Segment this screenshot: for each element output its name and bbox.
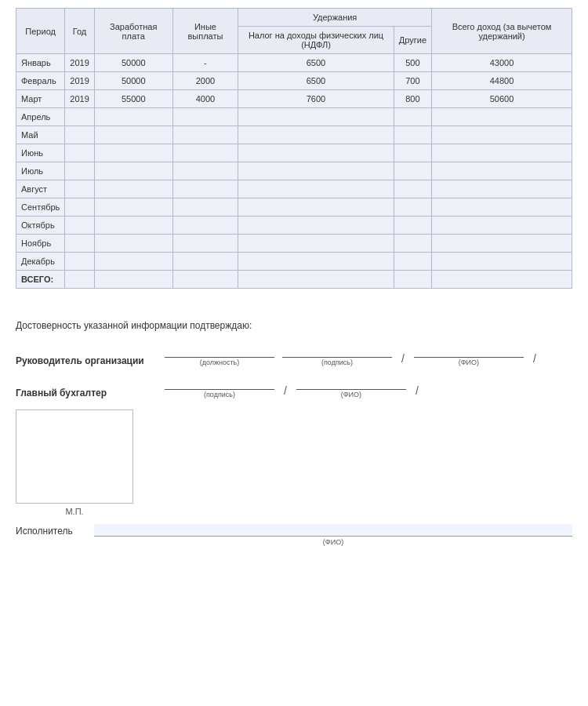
row-5-col-1 — [94, 144, 172, 162]
row-8-col-2 — [172, 198, 238, 217]
page: Период Год Заработная плата Иные выплаты… — [0, 0, 588, 706]
row-period-4: Май — [16, 126, 65, 144]
row-1-col-3: 6500 — [238, 72, 394, 90]
slash-1: / — [400, 352, 406, 365]
row-period-3: Апрель — [16, 108, 65, 126]
row-1-col-0: 2019 — [65, 72, 94, 90]
row-period-12: ВСЕГО: — [16, 271, 65, 289]
row-10-col-0 — [65, 235, 94, 253]
ispolnitel-label: Исполнитель — [16, 526, 94, 537]
accountant-block: Главный бухгалтер (подпись) / (ФИО) / — [16, 377, 572, 398]
row-3-col-2 — [172, 108, 238, 126]
row-7-col-3 — [238, 180, 394, 198]
row-9-col-5 — [432, 217, 572, 235]
row-5-col-4 — [394, 144, 431, 162]
row-0-col-0: 2019 — [65, 54, 94, 72]
col-total-income: Всего доход (за вычетом удержаний) — [432, 9, 572, 54]
row-3-col-1 — [94, 108, 172, 126]
фио-label-1: (ФИО) — [459, 358, 479, 366]
stamp-section: М.П. — [16, 409, 572, 516]
row-12-col-3 — [238, 271, 394, 289]
director-fio-field: (ФИО) — [414, 345, 524, 366]
row-7-col-4 — [394, 180, 431, 198]
row-8-col-5 — [432, 198, 572, 217]
row-4-col-5 — [432, 126, 572, 144]
row-1-col-4: 700 — [394, 72, 431, 90]
row-2-col-5: 50600 — [432, 90, 572, 108]
row-6-col-5 — [432, 162, 572, 180]
row-2-col-1: 55000 — [94, 90, 172, 108]
row-11-col-5 — [432, 253, 572, 271]
подпись-label-2: (подпись) — [204, 391, 235, 398]
row-period-8: Сентябрь — [16, 198, 65, 217]
row-0-col-4: 500 — [394, 54, 431, 72]
row-0-col-3: 6500 — [238, 54, 394, 72]
row-7-col-5 — [432, 180, 572, 198]
row-period-6: Июль — [16, 162, 65, 180]
row-period-0: Январь — [16, 54, 65, 72]
row-12-col-4 — [394, 271, 431, 289]
row-3-col-3 — [238, 108, 394, 126]
row-3-col-5 — [432, 108, 572, 126]
row-12-col-2 — [172, 271, 238, 289]
director-block: Руководитель организации (должность) (по… — [16, 345, 572, 366]
accountant-signature-field: (подпись) — [165, 377, 274, 398]
row-6-col-1 — [94, 162, 172, 180]
row-1-col-1: 50000 — [94, 72, 172, 90]
row-5-col-2 — [172, 144, 238, 162]
должность-label: (должность) — [200, 358, 240, 366]
row-6-col-2 — [172, 162, 238, 180]
col-salary: Заработная плата — [94, 9, 172, 54]
col-ndfl: Налог на доходы физических лиц (НДФЛ) — [238, 27, 394, 54]
row-period-5: Июнь — [16, 144, 65, 162]
row-7-col-2 — [172, 180, 238, 198]
row-12-col-1 — [94, 271, 172, 289]
row-10-col-4 — [394, 235, 431, 253]
row-8-col-3 — [238, 198, 394, 217]
col-year: Год — [65, 9, 94, 54]
row-10-col-1 — [94, 235, 172, 253]
director-label: Руководитель организации — [16, 355, 165, 366]
row-7-col-1 — [94, 180, 172, 198]
row-6-col-3 — [238, 162, 394, 180]
row-8-col-4 — [394, 198, 431, 217]
accountant-fio-field: (ФИО) — [296, 377, 406, 398]
row-8-col-1 — [94, 198, 172, 217]
ispolnitel-input[interactable] — [94, 524, 572, 537]
row-10-col-2 — [172, 235, 238, 253]
row-period-10: Ноябрь — [16, 235, 65, 253]
row-5-col-3 — [238, 144, 394, 162]
row-period-11: Декабрь — [16, 253, 65, 271]
row-2-col-0: 2019 — [65, 90, 94, 108]
row-0-col-5: 43000 — [432, 54, 572, 72]
row-3-col-0 — [65, 108, 94, 126]
row-4-col-3 — [238, 126, 394, 144]
row-period-7: Август — [16, 180, 65, 198]
col-other-deductions: Другие — [394, 27, 431, 54]
stamp-label: М.П. — [16, 507, 133, 516]
director-signature-field: (подпись) — [282, 345, 392, 366]
footer-section: Достоверность указанной информации подтв… — [16, 312, 572, 546]
row-4-col-0 — [65, 126, 94, 144]
row-4-col-4 — [394, 126, 431, 144]
подпись-label-1: (подпись) — [321, 358, 353, 366]
row-12-col-5 — [432, 271, 572, 289]
col-period: Период — [16, 9, 65, 54]
row-12-col-0 — [65, 271, 94, 289]
row-11-col-3 — [238, 253, 394, 271]
row-5-col-5 — [432, 144, 572, 162]
row-period-1: Февраль — [16, 72, 65, 90]
row-9-col-1 — [94, 217, 172, 235]
row-11-col-4 — [394, 253, 431, 271]
row-5-col-0 — [65, 144, 94, 162]
stamp-box — [16, 409, 133, 504]
row-6-col-4 — [394, 162, 431, 180]
col-deductions-header: Удержания — [238, 9, 432, 27]
row-3-col-4 — [394, 108, 431, 126]
row-10-col-5 — [432, 235, 572, 253]
row-7-col-0 — [65, 180, 94, 198]
row-8-col-0 — [65, 198, 94, 217]
ispolnitel-block: Исполнитель (ФИО) — [16, 524, 572, 546]
row-9-col-3 — [238, 217, 394, 235]
confirm-text: Достоверность указанной информации подтв… — [16, 320, 572, 331]
